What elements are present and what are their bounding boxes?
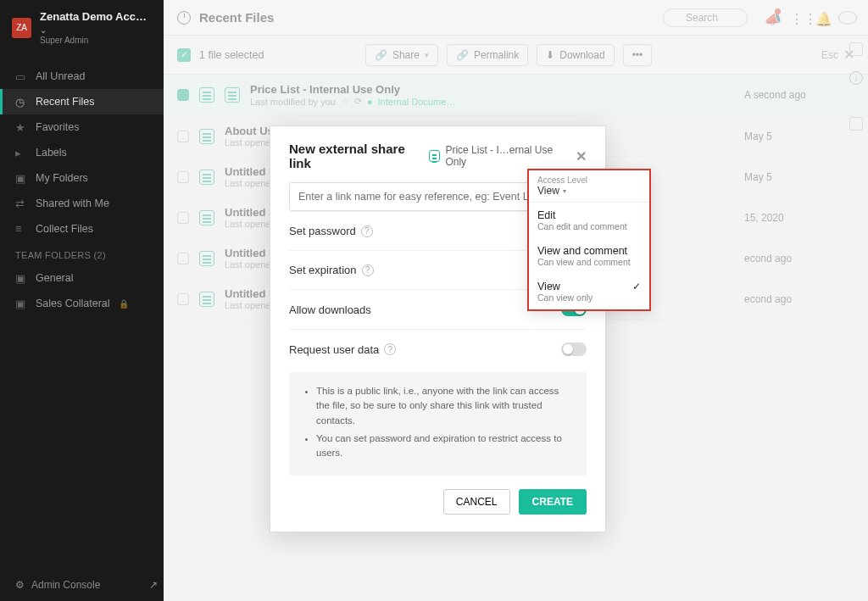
help-icon[interactable]: ? [362, 264, 374, 276]
dropdown-item-title: View and comment [537, 245, 641, 257]
account-badge: ZA [12, 18, 31, 38]
nav-label: Collect Files [36, 223, 93, 235]
cancel-button[interactable]: CANCEL [443, 489, 510, 515]
team-folders-header: TEAM FOLDERS (2) [0, 242, 164, 265]
share-icon: ⇄ [15, 198, 27, 209]
collect-icon: ≡ [15, 223, 27, 235]
admin-console-link[interactable]: ⚙ Admin Console ↗ [15, 579, 158, 591]
create-button[interactable]: CREATE [519, 489, 587, 515]
team-sales[interactable]: ▣Sales Collateral 🔒 [0, 291, 164, 316]
dropdown-item-desc: Can view and comment [537, 257, 641, 267]
tag-icon: ▸ [15, 147, 27, 159]
modal-file: Price List - I…ernal Use Only [429, 144, 567, 168]
dropdown-item-desc: Can view only [537, 292, 641, 303]
sidebar: ZA Zenatta Demo Acc… ⌄ Super Admin ▭All … [0, 0, 164, 601]
modal-title: New external share link [289, 142, 420, 170]
nav-label: Recent Files [36, 96, 94, 108]
note-item: This is a public link, i.e., anyone with… [316, 384, 571, 428]
nav-label: All Unread [36, 70, 85, 82]
nav-label: Shared with Me [36, 198, 109, 209]
nav-label: Favorites [36, 121, 79, 133]
nav-my-folders[interactable]: ▣My Folders [0, 165, 164, 191]
team-general[interactable]: ▣General [0, 265, 164, 291]
admin-label: Admin Console [31, 579, 100, 591]
dropdown-label: Access Level [537, 175, 641, 185]
dropdown-item-title: Edit [537, 209, 641, 221]
external-link-icon: ↗ [149, 579, 158, 591]
folder-icon: ▣ [15, 172, 27, 184]
dropdown-selected: View▾ [537, 185, 641, 197]
inbox-icon: ▭ [15, 70, 27, 82]
nav-favorites[interactable]: ★Favorites [0, 114, 164, 140]
account-switcher[interactable]: ZA Zenatta Demo Acc… ⌄ Super Admin [0, 0, 164, 55]
folder-icon: ▣ [15, 298, 27, 309]
gear-icon: ⚙ [15, 579, 25, 591]
team-label: Sales Collateral [36, 298, 110, 309]
dropdown-item-title: View [537, 281, 641, 292]
folder-icon: ▣ [15, 272, 27, 284]
help-icon[interactable]: ? [361, 225, 373, 237]
help-icon[interactable]: ? [384, 343, 396, 355]
account-role: Super Admin [40, 36, 152, 45]
account-name: Zenatta Demo Acc… ⌄ [40, 10, 152, 36]
dropdown-header[interactable]: Access Level View▾ [529, 170, 649, 198]
nav-all-unread[interactable]: ▭All Unread [0, 64, 164, 89]
option-userdata: Request user data? [289, 329, 587, 369]
nav-recent-files[interactable]: ◷Recent Files [0, 89, 164, 114]
star-icon: ★ [15, 121, 27, 133]
note-item: You can set password and expiration to r… [316, 431, 571, 461]
access-level-dropdown: Access Level View▾ EditCan edit and comm… [527, 169, 651, 311]
nav: ▭All Unread ◷Recent Files ★Favorites ▸La… [0, 64, 164, 242]
nav-collect[interactable]: ≡Collect Files [0, 216, 164, 242]
nav-shared[interactable]: ⇄Shared with Me [0, 191, 164, 216]
dropdown-item-edit[interactable]: EditCan edit and comment [529, 203, 649, 238]
dropdown-item-desc: Can edit and comment [537, 221, 641, 231]
nav-label: My Folders [36, 172, 88, 184]
userdata-toggle[interactable] [561, 342, 587, 356]
nav-label: Labels [36, 147, 67, 159]
dropdown-item-view-comment[interactable]: View and commentCan view and comment [529, 238, 649, 274]
nav-labels[interactable]: ▸Labels [0, 140, 164, 165]
notes: This is a public link, i.e., anyone with… [289, 372, 587, 476]
team-label: General [36, 272, 73, 284]
sheet-icon [429, 150, 440, 162]
chevron-down-icon: ▾ [563, 187, 566, 195]
close-icon[interactable]: ✕ [576, 148, 587, 164]
dropdown-item-view[interactable]: ViewCan view only [529, 274, 649, 309]
clock-icon: ◷ [15, 96, 27, 108]
lock-icon: 🔒 [119, 299, 129, 309]
